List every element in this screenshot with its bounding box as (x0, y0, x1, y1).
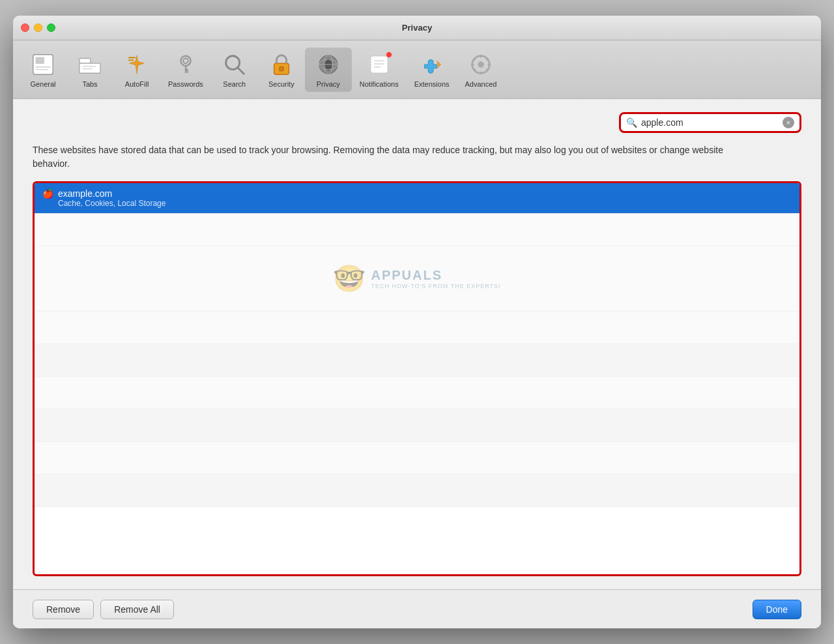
maximize-button[interactable] (47, 23, 55, 32)
safari-preferences-window: Privacy General (13, 16, 821, 628)
website-search-input[interactable] (641, 117, 779, 128)
watermark-figure: 🤓 (333, 263, 366, 294)
toolbar-item-privacy[interactable]: Privacy (305, 48, 352, 92)
search-label: Search (223, 80, 246, 88)
svg-rect-4 (79, 58, 91, 63)
extensions-icon (419, 51, 445, 78)
advanced-label: Advanced (465, 80, 497, 88)
empty-row (35, 409, 799, 442)
toolbar-item-search[interactable]: Search (211, 48, 258, 92)
svg-point-29 (478, 61, 484, 68)
svg-rect-5 (79, 63, 100, 73)
notifications-icon (366, 51, 392, 78)
bottom-bar: Remove Remove All Done (13, 589, 821, 628)
autofill-icon (124, 51, 150, 78)
security-label: Security (268, 80, 295, 88)
watermark-row: 🤓 APPUALS TECH HOW-TO'S FROM THE EXPERTS… (35, 246, 799, 312)
toolbar-item-notifications[interactable]: Notifications (352, 48, 407, 92)
description-text: These websites have stored data that can… (33, 143, 736, 171)
watermark-text: APPUALS TECH HOW-TO'S FROM THE EXPERTS! (371, 268, 500, 289)
svg-line-16 (238, 67, 244, 74)
close-button[interactable] (21, 23, 29, 32)
privacy-label: Privacy (317, 80, 340, 88)
toolbar-item-tabs[interactable]: Tabs (66, 48, 113, 92)
svg-rect-33 (487, 63, 491, 65)
main-content: 🔍 × These websites have stored data that… (13, 99, 821, 589)
svg-rect-8 (128, 57, 136, 58)
advanced-icon (468, 51, 494, 78)
svg-point-10 (180, 55, 190, 65)
title-bar: Privacy (13, 16, 821, 40)
action-buttons: Remove Remove All (33, 600, 174, 619)
tabs-label: Tabs (82, 80, 97, 88)
svg-rect-9 (128, 59, 134, 61)
website-list: 🍎 example.com Cache, Cookies, Local Stor… (33, 181, 801, 576)
empty-row (35, 344, 799, 377)
search-icon (222, 51, 248, 78)
site-favicon: 🍎 (42, 188, 53, 199)
site-name: example.com (58, 188, 112, 199)
general-icon (30, 51, 56, 78)
security-icon (268, 51, 295, 78)
tabs-icon (77, 51, 103, 78)
traffic-lights (21, 23, 55, 32)
empty-rows: 🤓 APPUALS TECH HOW-TO'S FROM THE EXPERTS… (35, 214, 799, 574)
toolbar-item-security[interactable]: Security (258, 48, 305, 92)
toolbar-item-extensions[interactable]: Extensions (407, 48, 457, 92)
empty-row (35, 377, 799, 409)
autofill-label: AutoFill (125, 80, 149, 88)
watermark-subtitle: TECH HOW-TO'S FROM THE EXPERTS! (371, 283, 500, 289)
empty-row (35, 475, 799, 507)
website-search-box[interactable]: 🔍 × (619, 112, 801, 133)
passwords-label: Passwords (168, 80, 203, 88)
notification-badge (386, 51, 392, 58)
empty-row (35, 442, 799, 475)
search-area: 🔍 × (33, 112, 801, 133)
site-details: Cache, Cookies, Local Storage (58, 199, 792, 208)
notifications-label: Notifications (360, 80, 399, 88)
svg-rect-1 (36, 57, 44, 63)
search-clear-button[interactable]: × (783, 117, 794, 128)
empty-row (35, 214, 799, 246)
toolbar-item-general[interactable]: General (20, 48, 66, 92)
minimize-button[interactable] (34, 23, 42, 32)
svg-rect-32 (471, 63, 474, 65)
website-row-header: 🍎 example.com (42, 188, 792, 199)
website-row[interactable]: 🍎 example.com Cache, Cookies, Local Stor… (35, 183, 799, 214)
remove-all-button[interactable]: Remove All (100, 600, 174, 619)
svg-rect-30 (480, 54, 482, 57)
toolbar-item-passwords[interactable]: Passwords (160, 48, 211, 92)
toolbar-item-advanced[interactable]: Advanced (457, 48, 505, 92)
toolbar: General Tabs Au (13, 40, 821, 99)
search-field-icon: 🔍 (626, 117, 637, 128)
extensions-label: Extensions (414, 80, 450, 88)
toolbar-item-autofill[interactable]: AutoFill (113, 48, 160, 92)
svg-rect-31 (480, 71, 482, 74)
remove-button[interactable]: Remove (33, 600, 94, 619)
general-label: General (30, 80, 55, 88)
privacy-icon (315, 51, 341, 78)
svg-point-11 (183, 58, 188, 63)
passwords-icon (173, 51, 199, 78)
watermark: 🤓 APPUALS TECH HOW-TO'S FROM THE EXPERTS… (333, 263, 500, 294)
window-title: Privacy (402, 23, 432, 33)
watermark-title: APPUALS (371, 268, 442, 283)
empty-row (35, 312, 799, 344)
done-button[interactable]: Done (753, 600, 801, 619)
